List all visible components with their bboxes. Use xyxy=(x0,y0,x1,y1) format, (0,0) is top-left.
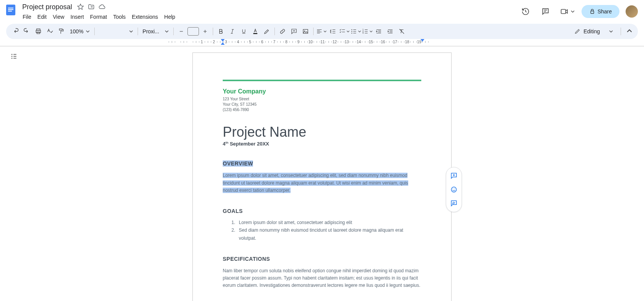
phone[interactable]: (123) 456-7890 xyxy=(223,107,421,113)
link-button[interactable] xyxy=(277,26,288,37)
collapse-toolbar-button[interactable] xyxy=(625,27,634,36)
add-comment-float-button[interactable] xyxy=(448,170,460,182)
company-name[interactable]: Your Company xyxy=(223,88,421,95)
svg-point-15 xyxy=(351,33,352,33)
indent-increase-button[interactable] xyxy=(385,26,396,37)
separator xyxy=(94,28,95,35)
highlight-button[interactable] xyxy=(261,26,272,37)
separator xyxy=(213,28,213,35)
font-selector[interactable]: Proxi... xyxy=(140,26,171,37)
svg-rect-5 xyxy=(591,11,594,14)
document-title[interactable]: Project proposal xyxy=(20,2,74,12)
header-right: Share xyxy=(518,2,638,19)
add-comment-button[interactable] xyxy=(289,26,299,37)
title-row: Project proposal xyxy=(20,2,518,11)
emoji-reaction-button[interactable] xyxy=(448,183,460,196)
move-icon[interactable] xyxy=(87,2,96,11)
menu-format[interactable]: Format xyxy=(87,13,110,21)
docs-logo[interactable] xyxy=(3,2,18,18)
account-avatar[interactable] xyxy=(626,5,638,18)
bold-button[interactable] xyxy=(215,26,226,37)
svg-rect-10 xyxy=(253,33,258,34)
undo-button[interactable] xyxy=(10,26,21,37)
menu-view[interactable]: View xyxy=(50,13,67,21)
spellcheck-button[interactable] xyxy=(44,26,55,37)
svg-point-13 xyxy=(351,29,352,30)
menu-file[interactable]: File xyxy=(20,13,34,21)
share-button[interactable]: Share xyxy=(582,5,619,18)
text-color-button[interactable] xyxy=(250,26,261,37)
svg-rect-4 xyxy=(561,10,565,14)
svg-rect-3 xyxy=(8,11,12,11)
print-button[interactable] xyxy=(33,26,44,37)
cloud-status-icon[interactable] xyxy=(97,2,107,11)
font-size-increase[interactable] xyxy=(200,26,210,37)
menu-help[interactable]: Help xyxy=(161,13,178,21)
svg-rect-11 xyxy=(303,29,308,34)
meet-button[interactable] xyxy=(558,4,577,19)
menu-insert[interactable]: Insert xyxy=(68,13,87,21)
redo-button[interactable] xyxy=(21,26,32,37)
title-area: Project proposal File Edit View Insert F… xyxy=(20,2,518,21)
suggest-edits-button[interactable] xyxy=(448,197,460,209)
svg-rect-1 xyxy=(8,8,13,8)
indent-decrease-button[interactable] xyxy=(373,26,384,37)
history-icon[interactable] xyxy=(518,4,533,19)
goals-list[interactable]: Lorem ipsum dolor sit amet, consectetuer… xyxy=(223,219,421,242)
app-header: Project proposal File Edit View Insert F… xyxy=(0,0,644,21)
specs-paragraph[interactable]: Nam liber tempor cum soluta nobis eleife… xyxy=(223,267,421,290)
menu-tools[interactable]: Tools xyxy=(110,13,128,21)
font-value: Proxi... xyxy=(143,28,159,34)
mode-button[interactable]: Editing xyxy=(570,27,617,36)
outline-toggle-button[interactable] xyxy=(8,51,19,62)
italic-button[interactable] xyxy=(227,26,238,37)
checklist-button[interactable] xyxy=(339,26,350,37)
project-date[interactable]: 4th September 20XX xyxy=(223,141,421,147)
floating-tools xyxy=(446,167,462,212)
page[interactable]: Your Company 123 Your Street Your City, … xyxy=(192,52,452,301)
menu-bar: File Edit View Insert Format Tools Exten… xyxy=(20,12,518,21)
menu-extensions[interactable]: Extensions xyxy=(129,13,161,21)
separator xyxy=(173,28,174,35)
address-line-2[interactable]: Your City, ST 12345 xyxy=(223,102,421,107)
canvas[interactable]: Your Company 123 Your Street Your City, … xyxy=(0,46,644,301)
overview-heading[interactable]: OVERVIEW xyxy=(223,160,421,167)
separator xyxy=(621,28,621,35)
menu-edit[interactable]: Edit xyxy=(35,13,49,21)
svg-point-20 xyxy=(453,189,453,190)
paint-format-button[interactable] xyxy=(56,26,67,37)
share-label: Share xyxy=(598,8,612,15)
zoom-selector[interactable]: 100% xyxy=(67,26,92,37)
project-title[interactable]: Project Name xyxy=(223,124,421,140)
mode-label: Editing xyxy=(583,28,600,34)
font-size-group xyxy=(176,26,210,37)
star-icon[interactable] xyxy=(76,2,85,11)
toolbar-right: Editing xyxy=(570,27,634,36)
comments-icon[interactable] xyxy=(538,4,553,19)
font-size-decrease[interactable] xyxy=(176,26,187,37)
svg-rect-2 xyxy=(8,9,13,10)
header-bar xyxy=(223,80,421,81)
image-button[interactable] xyxy=(300,26,311,37)
goals-heading[interactable]: GOALS xyxy=(223,208,421,214)
line-spacing-button[interactable] xyxy=(327,26,338,37)
align-button[interactable] xyxy=(316,26,327,37)
separator xyxy=(274,28,275,35)
svg-text:3: 3 xyxy=(362,32,363,34)
style-selector[interactable] xyxy=(97,26,135,37)
ruler[interactable]: 12345678910111213141516171819 xyxy=(0,39,644,46)
svg-point-21 xyxy=(455,189,455,190)
list-item[interactable]: Lorem ipsum dolor sit amet, consectetuer… xyxy=(237,219,421,226)
bullet-list-button[interactable] xyxy=(350,26,361,37)
address-line-1[interactable]: 123 Your Street xyxy=(223,97,421,102)
font-size-input[interactable] xyxy=(187,27,199,36)
specs-heading[interactable]: SPECIFICATIONS xyxy=(223,256,421,262)
separator xyxy=(313,28,314,35)
svg-point-14 xyxy=(351,31,352,32)
numbered-list-button[interactable]: 123 xyxy=(362,26,373,37)
overview-paragraph[interactable]: Lorem ipsum dolor sit amet, consectetuer… xyxy=(223,172,421,194)
zoom-value: 100% xyxy=(70,28,84,34)
list-item[interactable]: Sed diam nonummy nibh euismod tincidunt … xyxy=(237,226,421,242)
clear-format-button[interactable] xyxy=(396,26,407,37)
underline-button[interactable] xyxy=(238,26,249,37)
